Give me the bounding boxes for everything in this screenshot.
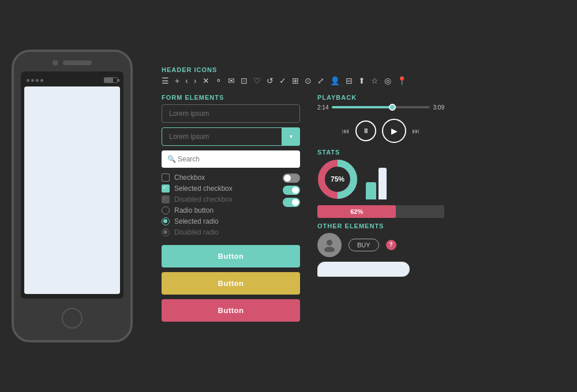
- playback-thumb[interactable]: [389, 104, 396, 111]
- phone-dot-2: [31, 79, 34, 82]
- right-content: HEADER ICONS ☰ + ‹ › ✕ ⚬ ✉ ⊡ ♡ ↺ ✓ ⊞ ⊙ ⤢…: [162, 66, 565, 326]
- heart-icon[interactable]: ♡: [253, 77, 261, 85]
- button-red[interactable]: Button: [162, 299, 300, 322]
- bar-chart: [366, 159, 387, 199]
- plus-icon[interactable]: +: [175, 77, 179, 85]
- chevron-left-icon[interactable]: ‹: [185, 77, 188, 85]
- progress-bar: 62%: [317, 205, 444, 218]
- radio-disabled: [162, 228, 170, 236]
- donut-chart: 75%: [317, 159, 358, 199]
- rewind-button[interactable]: ⏮: [342, 126, 350, 135]
- radio-row-2: Selected radio: [162, 217, 280, 225]
- main-sections: FORM ELEMENTS ▾ 🔍 Checkbox: [162, 94, 565, 326]
- checkbox-row-2: Selected checkbox: [162, 184, 280, 193]
- avatar: [317, 233, 342, 257]
- other-row: BUY ?: [317, 233, 444, 257]
- playback-track[interactable]: [332, 106, 429, 108]
- button-yellow[interactable]: Button: [162, 272, 300, 295]
- playback-title: PLAYBACK: [317, 94, 444, 101]
- radio-unselected[interactable]: [162, 206, 170, 214]
- time-total: 3:09: [433, 104, 444, 111]
- radio-label: Radio button: [174, 206, 213, 214]
- phone-top-bar: [21, 60, 123, 66]
- tablet-icon[interactable]: ⊟: [346, 77, 353, 85]
- pause-button[interactable]: ⏸: [355, 120, 376, 141]
- text-input-1[interactable]: [162, 104, 300, 123]
- refresh-icon[interactable]: ↺: [267, 77, 273, 85]
- pin-icon[interactable]: 📍: [397, 77, 407, 85]
- checkbox-row-1: Checkbox: [162, 174, 280, 182]
- toggle-on-2[interactable]: [283, 198, 300, 207]
- radio-row-3: Disabled radio: [162, 228, 280, 236]
- checkbox-selected[interactable]: [162, 184, 170, 193]
- phone-home-button[interactable]: [62, 308, 83, 329]
- phone-dot-3: [36, 79, 39, 82]
- other-elements-section: OTHER ELEMENTS BUY ?: [317, 223, 444, 277]
- bar-2: [379, 168, 387, 199]
- checkbox-unchecked[interactable]: [162, 174, 170, 182]
- image-icon[interactable]: ⊞: [292, 77, 299, 85]
- header-icons-title: HEADER ICONS: [162, 66, 565, 73]
- playback-section: PLAYBACK 2:14 3:09 ⏮ ⏸ ▶ ⏭: [317, 94, 444, 143]
- radio-row-1: Radio button: [162, 206, 280, 214]
- phone-camera: [53, 60, 58, 66]
- buy-button[interactable]: BUY: [349, 239, 379, 251]
- radio-selected[interactable]: [162, 217, 170, 225]
- checkboxes-toggles: Checkbox Selected checkbox Disabled chec…: [162, 174, 300, 239]
- select-input[interactable]: [162, 127, 300, 146]
- select-wrapper: ▾: [162, 127, 300, 146]
- disabled-radio-label: Disabled radio: [174, 228, 219, 236]
- upload-icon[interactable]: ⬆: [358, 77, 365, 85]
- donut-percent: 75%: [331, 175, 344, 183]
- hamburger-icon[interactable]: ☰: [162, 77, 169, 85]
- expand-icon[interactable]: ⤢: [317, 77, 324, 85]
- badge: ?: [386, 240, 396, 250]
- progress-label: 62%: [350, 208, 363, 215]
- search-wrapper: 🔍: [162, 150, 300, 168]
- phone-mockup: [12, 50, 138, 342]
- progress-row: 62%: [317, 205, 444, 218]
- other-elements-title: OTHER ELEMENTS: [317, 223, 444, 229]
- toggle-on-1[interactable]: [283, 186, 300, 195]
- form-elements-section: FORM ELEMENTS ▾ 🔍 Checkbox: [162, 94, 300, 326]
- location-icon[interactable]: ◎: [384, 77, 391, 85]
- toggle-off[interactable]: [283, 174, 300, 183]
- phone-dot-1: [27, 79, 29, 82]
- svg-point-3: [324, 247, 335, 252]
- search-input[interactable]: [162, 150, 300, 168]
- search-icon-inner: 🔍: [167, 155, 176, 163]
- search-icon[interactable]: ⚬: [215, 77, 222, 85]
- header-icons-row: ☰ + ‹ › ✕ ⚬ ✉ ⊡ ♡ ↺ ✓ ⊞ ⊙ ⤢ 👤 ⊟ ⬆ ☆ ◎ 📍: [162, 77, 565, 85]
- button-teal[interactable]: Button: [162, 245, 300, 267]
- selected-radio-label: Selected radio: [174, 217, 219, 225]
- select-arrow-icon[interactable]: ▾: [282, 127, 300, 146]
- playback-fill: [332, 106, 390, 108]
- star-icon[interactable]: ☆: [371, 77, 379, 85]
- phone-dot-4: [40, 79, 43, 82]
- form-elements-title: FORM ELEMENTS: [162, 94, 300, 101]
- time-current: 2:14: [317, 104, 328, 111]
- check-icon[interactable]: ✓: [279, 77, 286, 85]
- circle-icon[interactable]: ⊙: [305, 77, 312, 85]
- fast-forward-button[interactable]: ⏭: [412, 126, 420, 135]
- user-icon[interactable]: 👤: [330, 77, 340, 85]
- phone-body: [12, 50, 133, 342]
- selected-checkbox-label: Selected checkbox: [174, 184, 233, 193]
- chevron-right-icon[interactable]: ›: [194, 77, 197, 85]
- camera-icon[interactable]: ⊡: [241, 77, 248, 85]
- checkbox-disabled: [162, 195, 170, 203]
- avatar-icon: [323, 238, 336, 252]
- svg-point-2: [327, 240, 332, 246]
- bar-1: [366, 182, 376, 199]
- play-button[interactable]: ▶: [382, 119, 406, 143]
- phone-speaker: [63, 61, 92, 65]
- checkbox-row-3: Disabled checkbox: [162, 195, 280, 203]
- progress-fill: 62%: [317, 205, 396, 218]
- phone-bottom: [21, 304, 123, 332]
- stats-title: STATS: [317, 149, 444, 156]
- chat-bubble: [317, 262, 410, 277]
- mail-icon[interactable]: ✉: [228, 77, 235, 85]
- checkboxes-col: Checkbox Selected checkbox Disabled chec…: [162, 174, 280, 239]
- close-icon[interactable]: ✕: [203, 77, 209, 85]
- right-col: PLAYBACK 2:14 3:09 ⏮ ⏸ ▶ ⏭: [317, 94, 444, 326]
